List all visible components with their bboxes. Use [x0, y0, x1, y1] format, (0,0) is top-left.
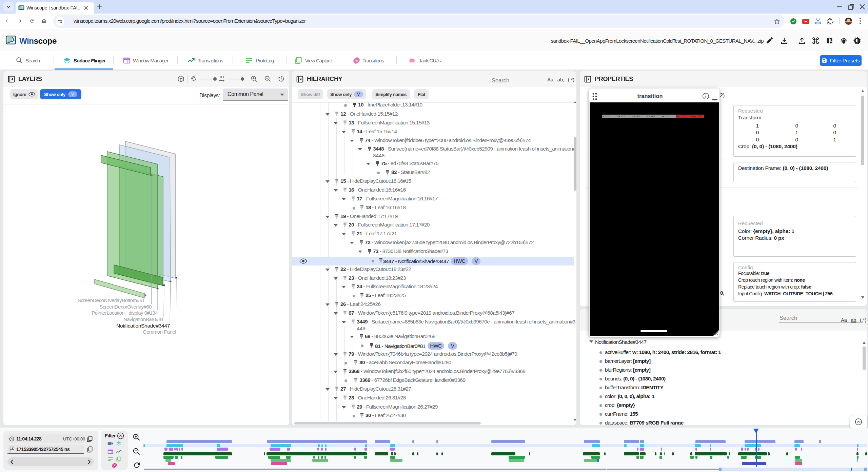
svg-text:PointerLocation - display 0#13: PointerLocation - display 0#134 — [92, 310, 158, 316]
svg-text:ScreenDecorOverlay#60: ScreenDecorOverlay#60 — [99, 304, 152, 310]
svg-text:Common Panel: Common Panel — [143, 329, 176, 335]
svg-text:ScreenDecorOverlayBottom#61: ScreenDecorOverlayBottom#61 — [78, 297, 145, 303]
svg-text:NotificationShade#3447: NotificationShade#3447 — [116, 323, 170, 329]
svg-text:NavigationBar0#81: NavigationBar0#81 — [123, 316, 164, 322]
